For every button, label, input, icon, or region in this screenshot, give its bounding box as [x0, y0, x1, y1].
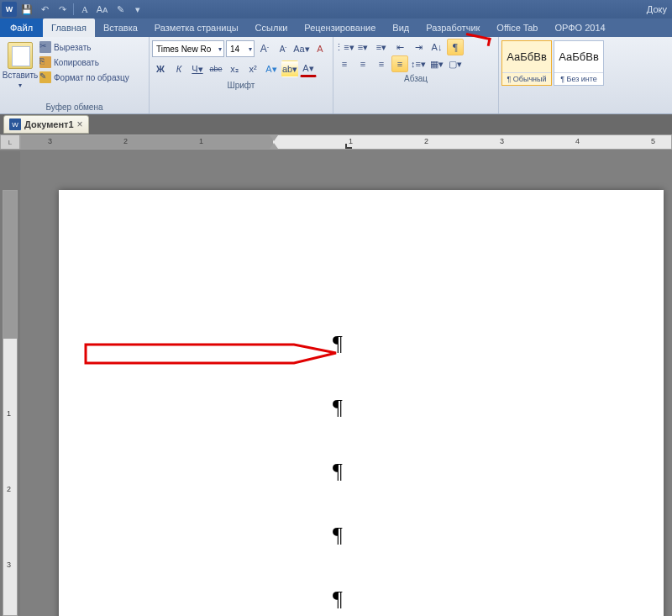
ruler-num: 3: [500, 137, 504, 145]
ruler-horizontal[interactable]: 3 2 1 1 2 3 4 5: [20, 134, 672, 150]
ruler-vertical-wrap: 1 2 3 4: [0, 151, 20, 616]
tab-developer[interactable]: Разработчик: [417, 18, 488, 37]
tab-orfo[interactable]: ОРФО 2014: [546, 18, 613, 37]
style-no-spacing[interactable]: АаБбВв ¶ Без инте: [554, 40, 604, 86]
group-styles: АаБбВв ¶ Обычный АаБбВв ¶ Без инте: [499, 37, 606, 113]
italic-button[interactable]: К: [171, 61, 187, 77]
copy-button[interactable]: ⎘Копировать: [38, 55, 131, 69]
paste-button[interactable]: Вставить ▾: [3, 39, 38, 101]
ruler-vertical[interactable]: 1 2 3 4: [3, 190, 18, 616]
ruler-num: 1: [199, 137, 203, 145]
group-paragraph: ⋮≡▾ ≡▾ ≡▾ ⇤ ⇥ A↓ ¶ ≡ ≡ ≡ ≡ ↕≡▾ ▦▾ ▢▾ Абз…: [333, 37, 499, 113]
change-case-button[interactable]: Aa▾: [293, 40, 310, 57]
group-clipboard-label: Буфер обмена: [3, 101, 146, 113]
ruler-num: 3: [48, 137, 52, 145]
ruler-num: 4: [575, 137, 580, 145]
align-right-button[interactable]: ≡: [373, 55, 390, 72]
paste-icon: [8, 42, 33, 69]
qat-font-size-icon[interactable]: Aᴀ: [94, 2, 111, 17]
font-color-button[interactable]: A▾: [300, 61, 317, 77]
numbering-button[interactable]: ≡▾: [354, 39, 371, 55]
justify-button[interactable]: ≡: [391, 55, 408, 72]
tab-selector[interactable]: L: [0, 134, 20, 150]
redo-icon[interactable]: ↷: [54, 2, 71, 17]
doc-icon: W: [9, 118, 21, 130]
borders-button[interactable]: ▢▾: [447, 55, 464, 72]
copy-icon: ⎘: [39, 56, 51, 68]
cut-button[interactable]: ✂Вырезать: [38, 40, 131, 54]
doc-tab-title: Документ1: [24, 119, 74, 129]
style-name-label: ¶ Без инте: [554, 72, 603, 85]
undo-icon[interactable]: ↶: [36, 2, 53, 17]
grow-font-button[interactable]: Aˆ: [256, 40, 273, 57]
ruler-num: 2: [123, 137, 128, 145]
scissors-icon: ✂: [39, 41, 51, 53]
multilevel-button[interactable]: ≡▾: [373, 39, 390, 55]
underline-button[interactable]: Ч▾: [189, 61, 206, 77]
format-painter-label: Формат по образцу: [54, 73, 129, 82]
bold-button[interactable]: Ж: [152, 61, 169, 77]
tab-insert[interactable]: Вставка: [95, 18, 146, 37]
qat-more-icon[interactable]: ▾: [129, 2, 146, 17]
line-spacing-button[interactable]: ↕≡▾: [410, 55, 427, 72]
show-marks-button[interactable]: ¶: [447, 39, 464, 55]
document-scroll[interactable]: ¶ ¶ ¶ ¶ ¶: [20, 151, 672, 616]
strike-button[interactable]: abe: [207, 61, 224, 77]
format-painter-button[interactable]: ✎Формат по образцу: [38, 71, 131, 84]
save-icon[interactable]: 💾: [18, 2, 35, 17]
close-icon[interactable]: ×: [77, 118, 83, 130]
decrease-indent-button[interactable]: ⇤: [391, 39, 408, 55]
superscript-button[interactable]: x²: [244, 61, 261, 77]
qat-highlight-icon[interactable]: ✎: [112, 2, 129, 17]
paragraph-mark: ¶: [333, 333, 596, 355]
align-center-button[interactable]: ≡: [354, 55, 371, 72]
font-name-combo[interactable]: Times New Ro: [152, 40, 224, 57]
app-icon: W: [2, 2, 17, 17]
tab-view[interactable]: Вид: [384, 18, 417, 37]
group-font-label: Шрифт: [152, 79, 330, 92]
align-left-button[interactable]: ≡: [336, 55, 353, 72]
ruler-horizontal-wrap: L 3 2 1 1 2 3 4 5: [0, 134, 672, 150]
annotation-arrow: [84, 338, 344, 371]
increase-indent-button[interactable]: ⇥: [410, 39, 427, 55]
highlight-button[interactable]: ab▾: [281, 61, 298, 77]
style-normal[interactable]: АаБбВв ¶ Обычный: [501, 40, 552, 86]
paragraph-mark: ¶: [333, 461, 596, 482]
style-preview: АаБбВв: [502, 41, 551, 72]
tab-page-layout[interactable]: Разметка страницы: [146, 18, 247, 37]
file-tab[interactable]: Файл: [0, 18, 43, 37]
font-size-combo[interactable]: 14: [226, 40, 255, 57]
subscript-button[interactable]: x₂: [226, 61, 243, 77]
center-tab-marker: [345, 144, 352, 149]
page[interactable]: ¶ ¶ ¶ ¶ ¶: [59, 190, 664, 616]
cut-label: Вырезать: [54, 43, 91, 52]
text-effects-button[interactable]: A▾: [263, 61, 280, 77]
shrink-font-button[interactable]: Aˇ: [275, 40, 291, 57]
shading-button[interactable]: ▦▾: [428, 55, 445, 72]
group-font: Times New Ro 14 Aˆ Aˇ Aa▾ A Ж К Ч▾ abe x…: [150, 37, 333, 113]
quick-access-toolbar: 💾 ↶ ↷ A Aᴀ ✎ ▾: [18, 2, 146, 17]
tab-office-tab[interactable]: Office Tab: [488, 18, 546, 37]
paste-label: Вставить: [3, 71, 38, 80]
ribbon-tabs: Файл Главная Вставка Разметка страницы С…: [0, 18, 672, 37]
first-line-indent-marker[interactable]: [270, 135, 278, 141]
qat-separator: [73, 3, 74, 15]
left-indent-marker[interactable]: [270, 143, 278, 149]
tab-review[interactable]: Рецензирование: [296, 18, 384, 37]
paragraph-mark: ¶: [333, 524, 596, 546]
qat-font-icon[interactable]: A: [76, 2, 93, 17]
group-paragraph-label: Абзац: [336, 72, 496, 85]
paragraph-mark: ¶: [333, 397, 596, 419]
bullets-button[interactable]: ⋮≡▾: [336, 39, 353, 55]
document-area: 1 2 3 4 ¶ ¶ ¶ ¶ ¶: [0, 151, 672, 616]
clear-format-button[interactable]: A: [312, 40, 328, 57]
style-preview: АаБбВв: [554, 41, 603, 72]
tab-references[interactable]: Ссылки: [247, 18, 297, 37]
ruler-num: 2: [424, 137, 428, 145]
document-tab-bar: W Документ1 ×: [0, 114, 672, 134]
window-title: Доку: [146, 4, 670, 14]
document-tab[interactable]: W Документ1 ×: [3, 115, 89, 134]
tab-home[interactable]: Главная: [43, 18, 95, 37]
sort-button[interactable]: A↓: [428, 39, 445, 55]
paragraph-mark: ¶: [333, 588, 596, 610]
